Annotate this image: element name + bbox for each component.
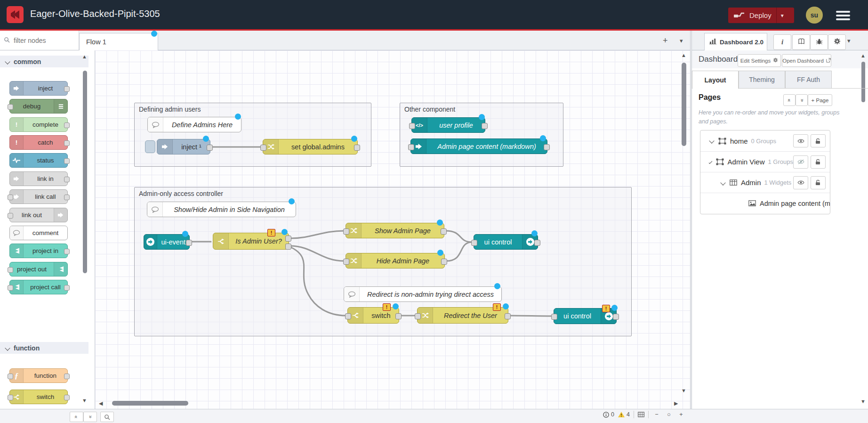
node-ui-control-1[interactable]: ui control — [474, 234, 538, 250]
sidebar-tabs-caret-icon[interactable]: ▾ — [847, 38, 851, 44]
canvas-horizontal-scrollbar-thumb[interactable] — [112, 401, 188, 406]
navigator-button[interactable] — [638, 412, 644, 417]
flow-list-caret-icon[interactable]: ▾ — [680, 38, 683, 44]
chevron-down-icon[interactable] — [720, 180, 725, 185]
help-sidebar-button[interactable] — [792, 34, 810, 50]
output-port[interactable] — [441, 259, 447, 265]
input-port[interactable] — [8, 267, 13, 273]
node-ui-control-2[interactable]: ui control ! — [554, 308, 617, 324]
palette-node-inject[interactable]: inject — [9, 81, 68, 96]
palette-category-common[interactable]: common — [0, 56, 88, 67]
palette-scrollbar-thumb[interactable] — [83, 71, 87, 273]
node-hide-admin-page[interactable]: Hide Admin Page — [346, 253, 445, 268]
zoom-in-button[interactable]: + — [677, 411, 685, 418]
warning-counter[interactable]: 4 — [618, 411, 630, 418]
output-port[interactable] — [64, 374, 70, 379]
input-port[interactable] — [260, 145, 266, 151]
visibility-button[interactable] — [793, 134, 808, 147]
input-port[interactable] — [343, 259, 349, 265]
zoom-reset-button[interactable]: ○ — [665, 411, 673, 418]
tab-theming[interactable]: Theming — [739, 71, 785, 89]
palette-node-switch[interactable]: switch — [9, 390, 68, 404]
deploy-caret-icon[interactable]: ▾ — [781, 12, 784, 19]
config-sidebar-button[interactable] — [828, 34, 846, 50]
zoom-out-button[interactable]: − — [652, 411, 661, 418]
deploy-button[interactable]: Deploy ▾ — [728, 8, 794, 23]
tree-row-home[interactable]: home 0 Groups — [700, 130, 830, 151]
debug-sidebar-button[interactable] — [810, 34, 828, 50]
sidebar-scrollbar-thumb[interactable] — [861, 62, 865, 102]
open-dashboard-button[interactable]: Open Dashboard — [782, 54, 831, 67]
visibility-button[interactable] — [793, 155, 808, 169]
input-port[interactable] — [8, 195, 13, 200]
output-port[interactable] — [64, 122, 70, 128]
info-sidebar-button[interactable]: i — [773, 34, 791, 50]
node-admin-page-content[interactable]: Admin page content (markdown) — [410, 138, 547, 154]
error-counter[interactable]: 0 — [603, 411, 614, 418]
node-redirect-the-user[interactable]: Redirect the User ! — [417, 307, 508, 324]
chevron-down-icon[interactable] — [709, 160, 712, 163]
output-port[interactable] — [64, 140, 70, 146]
tab-flow-1[interactable]: Flow 1 — [79, 33, 158, 50]
node-show-admin-page[interactable]: Show Admin Page — [346, 223, 444, 238]
output-port[interactable] — [544, 144, 550, 150]
node-set-global-admins[interactable]: set global.admins — [263, 139, 358, 155]
node-user-profile[interactable]: </> user profile — [411, 117, 485, 133]
output-port[interactable] — [354, 145, 360, 151]
input-port[interactable] — [8, 104, 13, 110]
output-port[interactable] — [64, 395, 70, 400]
output-port[interactable] — [64, 177, 70, 182]
chevron-down-icon[interactable] — [709, 138, 714, 143]
palette-node-link-out[interactable]: link out — [9, 208, 68, 222]
canvas-vertical-scrollbar-thumb[interactable] — [682, 63, 686, 146]
output-port[interactable] — [64, 195, 70, 200]
input-port[interactable] — [8, 285, 13, 291]
palette-scroll-down-icon[interactable]: ▼ — [82, 398, 87, 403]
palette-node-link-in[interactable]: link in — [9, 171, 68, 186]
palette-collapse-button[interactable]: « — [70, 412, 83, 422]
node-inject-1[interactable]: inject ¹ — [157, 139, 210, 155]
palette-node-function[interactable]: ƒ function — [9, 368, 68, 383]
output-port[interactable] — [64, 249, 70, 254]
node-ui-event[interactable]: ui-event — [144, 234, 190, 250]
collapse-all-button[interactable]: « — [783, 94, 796, 106]
output-port[interactable] — [534, 240, 540, 246]
palette-node-project-call[interactable]: project call — [9, 280, 68, 294]
canvas-scroll-up-icon[interactable]: ▲ — [681, 53, 686, 58]
output-port[interactable] — [186, 240, 192, 246]
input-port[interactable] — [8, 395, 13, 400]
edit-settings-button[interactable]: Edit Settings — [738, 54, 781, 67]
palette-node-project-in[interactable]: project in — [9, 244, 68, 258]
output-port[interactable] — [64, 158, 70, 164]
canvas-scroll-left-icon[interactable]: ◀ — [99, 401, 103, 406]
output-port-1[interactable] — [285, 236, 291, 242]
inject-trigger-button[interactable] — [145, 140, 155, 153]
node-comment-redirect[interactable]: Redirect is non-admin trying direct acce… — [344, 286, 502, 302]
main-menu-button[interactable] — [836, 9, 850, 22]
palette-node-project-out[interactable]: project out — [9, 262, 68, 277]
lock-button[interactable] — [811, 134, 826, 147]
output-port[interactable] — [395, 313, 402, 319]
node-comment-define-admins[interactable]: Define Admins Here — [147, 117, 241, 132]
output-port[interactable] — [482, 123, 488, 129]
add-page-button[interactable]: + Page — [808, 94, 832, 106]
group-defining-admin-users[interactable]: Defining admin users — [134, 103, 371, 167]
sidebar-scroll-down-icon[interactable]: ▼ — [860, 399, 866, 404]
palette-node-comment[interactable]: comment — [9, 226, 68, 240]
expand-all-button[interactable]: « — [796, 94, 808, 106]
lock-button[interactable] — [811, 155, 826, 169]
output-port-2[interactable] — [285, 244, 291, 250]
node-switch[interactable]: switch ! — [347, 307, 399, 324]
input-port[interactable] — [408, 144, 414, 150]
input-port[interactable] — [343, 228, 349, 235]
output-port[interactable] — [207, 145, 213, 151]
node-comment-show-hide-admin[interactable]: Show/Hide Admin in Side Navigation — [147, 202, 296, 217]
output-port[interactable] — [505, 313, 511, 319]
tree-row-admin-view[interactable]: Admin View 1 Groups — [700, 151, 830, 172]
user-avatar[interactable]: su — [806, 7, 823, 24]
output-port[interactable] — [64, 86, 70, 92]
palette-expand-button[interactable]: « — [83, 412, 97, 422]
canvas-scroll-right-icon[interactable]: ▶ — [674, 401, 678, 406]
input-port[interactable] — [471, 240, 477, 246]
input-port[interactable] — [409, 123, 415, 129]
